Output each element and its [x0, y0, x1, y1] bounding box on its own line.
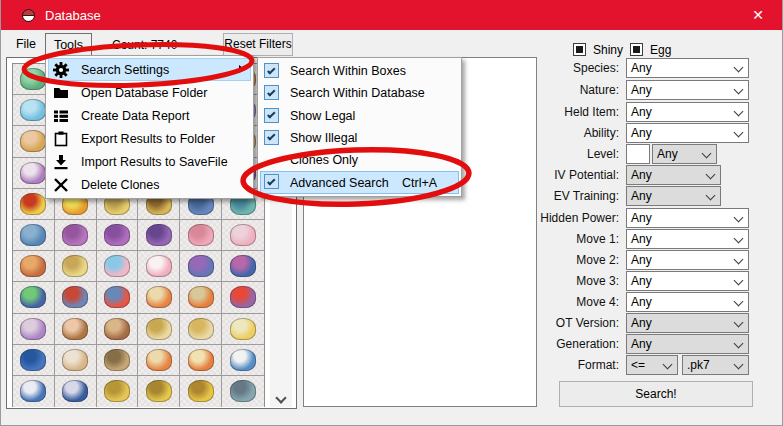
egg-checkbox[interactable]: [630, 43, 643, 56]
pokemon-sprite-nidoqueen: [20, 224, 46, 246]
sprite-slot-parasect[interactable]: [180, 282, 222, 313]
format-operator-select[interactable]: <=: [626, 355, 678, 375]
sprite-slot-vulpix[interactable]: [13, 251, 55, 282]
sprite-slot-meowth[interactable]: [138, 314, 180, 345]
submenu-item-show-illegal[interactable]: Show Illegal: [260, 127, 459, 149]
move-4-select[interactable]: Any: [626, 292, 749, 312]
format-extension-select[interactable]: .pk7: [682, 355, 749, 375]
checkmark-icon: [264, 174, 279, 189]
scroll-down-button[interactable]: [270, 389, 292, 407]
generation-select[interactable]: Any: [626, 334, 749, 354]
move-1-label: Move 1:: [576, 232, 619, 246]
sprite-slot-poliwhirl[interactable]: [13, 376, 55, 407]
move-4-label: Move 4:: [576, 295, 619, 309]
menu-item-import-results-to-savefile[interactable]: Import Results to SaveFile: [48, 150, 251, 173]
folder-icon: [53, 85, 69, 101]
sprite-slot-alakazam[interactable]: [180, 376, 222, 407]
shiny-checkbox[interactable]: [573, 43, 586, 56]
sprite-slot-vileplume[interactable]: [97, 282, 139, 313]
shortcut-label: Ctrl+A: [402, 176, 437, 190]
sprite-slot-persian[interactable]: [180, 314, 222, 345]
combo-value: Any: [631, 105, 652, 119]
sprite-slot-abra[interactable]: [97, 376, 139, 407]
menu-item-open-database-folder[interactable]: Open Database Folder: [48, 81, 251, 104]
hidden-power-label: Hidden Power:: [540, 211, 619, 225]
move-1-select[interactable]: Any: [626, 229, 749, 249]
pokemon-sprite-paras: [146, 286, 172, 308]
sprite-slot-growlithe[interactable]: [138, 345, 180, 376]
sprite-slot-jigglypuff[interactable]: [97, 251, 139, 282]
pokemon-sprite-parasect: [188, 286, 214, 308]
sprite-slot-golbat[interactable]: [222, 251, 264, 282]
hidden-power-select[interactable]: Any: [626, 208, 749, 228]
submenu-item-search-within-boxes[interactable]: Search Within Boxes: [260, 60, 459, 82]
sprite-slot-wigglytuff[interactable]: [138, 251, 180, 282]
menu-item-search-settings[interactable]: Search Settings: [48, 58, 251, 81]
sprite-slot-primeape[interactable]: [97, 345, 139, 376]
sprite-slot-gloom[interactable]: [55, 282, 97, 313]
sprite-slot-nidoking[interactable]: [138, 220, 180, 251]
submenu-item-clones-only[interactable]: Clones Only: [260, 149, 459, 171]
combo-value: Any: [631, 126, 652, 140]
checkmark-icon: [264, 108, 279, 123]
submenu-item-search-within-database[interactable]: Search Within Database: [260, 82, 459, 104]
pokemon-sprite-nidoking: [146, 224, 172, 246]
submenu-item-advanced-search[interactable]: Advanced SearchCtrl+A: [260, 171, 459, 193]
species-select[interactable]: Any: [626, 58, 749, 78]
ot-version-select[interactable]: Any: [626, 313, 749, 333]
pokemon-sprite-wigglytuff: [146, 255, 172, 277]
submenu-item-label: Advanced Search: [290, 176, 389, 190]
reset-filters-button[interactable]: Reset Filters: [223, 33, 293, 56]
menu-file[interactable]: File: [9, 33, 43, 56]
sprite-slot-nidorino[interactable]: [97, 220, 139, 251]
checkmark-icon: [264, 130, 279, 145]
ev-training-select[interactable]: Any: [626, 186, 721, 206]
sprite-slot-golduck[interactable]: [13, 345, 55, 376]
level-input[interactable]: [626, 144, 650, 164]
shiny-label: Shiny: [593, 43, 623, 57]
nature-select[interactable]: Any: [626, 80, 749, 100]
move-3-select[interactable]: Any: [626, 271, 749, 291]
sprite-slot-psyduck[interactable]: [222, 314, 264, 345]
close-icon[interactable]: ✕: [746, 4, 770, 26]
iv-potential-select[interactable]: Any: [626, 165, 721, 185]
sprite-slot-arcanine[interactable]: [180, 345, 222, 376]
sprite-slot-venomoth[interactable]: [13, 314, 55, 345]
pokemon-sprite-clefable: [230, 224, 256, 246]
menu-item-create-data-report[interactable]: Create Data Report: [48, 104, 251, 127]
ability-select[interactable]: Any: [626, 123, 749, 143]
move-2-select[interactable]: Any: [626, 250, 749, 270]
sprite-slot-clefairy[interactable]: [180, 220, 222, 251]
sprite-slot-zubat[interactable]: [180, 251, 222, 282]
sprite-slot-nidoqueen[interactable]: [13, 220, 55, 251]
sprite-slot-nidoran-m[interactable]: [55, 220, 97, 251]
sprite-slot-clefable[interactable]: [222, 220, 264, 251]
sprite-slot-machop[interactable]: [222, 376, 264, 407]
sprite-slot-oddish[interactable]: [13, 282, 55, 313]
submenu-item-show-legal[interactable]: Show Legal: [260, 105, 459, 127]
held-item-select[interactable]: Any: [626, 102, 749, 122]
sprite-slot-poliwag[interactable]: [222, 345, 264, 376]
search-button[interactable]: Search!: [559, 381, 753, 407]
sprite-slot-kadabra[interactable]: [138, 376, 180, 407]
chevron-down-icon: [734, 318, 744, 328]
chevron-down-icon: [734, 255, 744, 265]
pokemon-sprite-clefairy: [188, 224, 214, 246]
sprite-slot-mankey[interactable]: [55, 345, 97, 376]
menu-tools[interactable]: Tools: [45, 33, 92, 56]
sprite-slot-paras[interactable]: [138, 282, 180, 313]
menu-item-export-results-to-folder[interactable]: Export Results to Folder: [48, 127, 251, 150]
window-title: Database: [45, 8, 101, 23]
sprite-slot-poliwrath[interactable]: [55, 376, 97, 407]
level-compare-select[interactable]: Any: [652, 144, 717, 164]
sprite-slot-dugtrio[interactable]: [97, 314, 139, 345]
ot-version-label: OT Version:: [556, 316, 619, 330]
menu-item-delete-clones[interactable]: Delete Clones: [48, 173, 251, 196]
sprite-slot-venonat[interactable]: [222, 282, 264, 313]
sprite-slot-diglett[interactable]: [55, 314, 97, 345]
chevron-down-icon: [734, 213, 744, 223]
sprite-slot-ninetales[interactable]: [55, 251, 97, 282]
pokemon-sprite-poliwag: [230, 349, 256, 371]
pokemon-sprite-persian: [188, 318, 214, 340]
pokemon-sprite-golduck: [20, 349, 46, 371]
